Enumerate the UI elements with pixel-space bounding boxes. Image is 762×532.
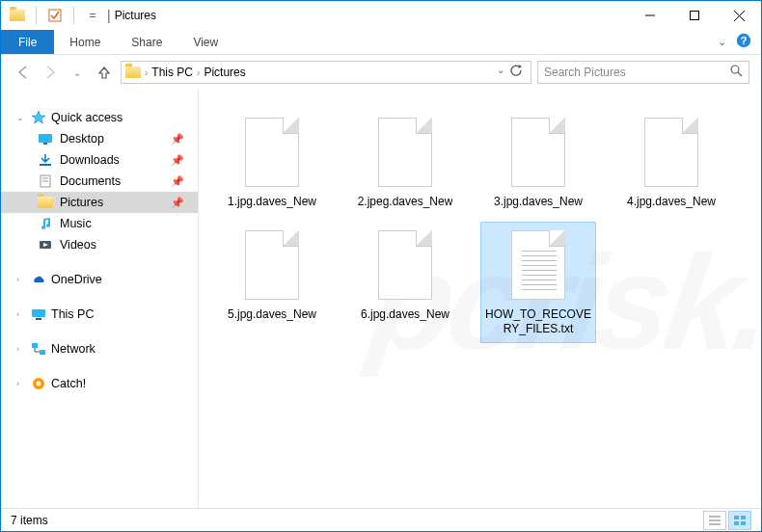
navigation-bar: ⌄ › This PC › Pictures ⌄ Search Pictures <box>1 55 761 90</box>
file-item[interactable]: 3.jpg.daves_New <box>480 109 596 216</box>
music-icon <box>38 216 53 231</box>
desktop-icon <box>38 131 53 146</box>
videos-icon <box>38 237 53 253</box>
file-pane[interactable]: pcrisk.com 1.jpg.daves_New2.jpeg.daves_N… <box>199 90 761 508</box>
file-item[interactable]: 5.jpg.daves_New <box>214 222 330 343</box>
refresh-icon[interactable] <box>510 65 523 80</box>
svg-rect-2 <box>691 12 699 20</box>
svg-rect-12 <box>40 164 51 166</box>
downloads-icon <box>38 152 53 168</box>
blank-file-icon <box>507 116 569 189</box>
text-file-icon <box>507 228 569 302</box>
file-name: 1.jpg.daves_New <box>228 195 316 209</box>
sidebar-item-label: Pictures <box>60 196 103 209</box>
sidebar-item-label: Desktop <box>60 132 104 146</box>
address-folder-icon <box>125 65 141 80</box>
svg-rect-29 <box>734 521 739 525</box>
sidebar-item-pictures[interactable]: Pictures📌 <box>1 192 198 213</box>
explorer-window: = | Pictures File Home Share View ⌄ ? <box>1 1 761 531</box>
file-item[interactable]: 6.jpg.daves_New <box>347 222 463 343</box>
file-name: 6.jpg.daves_New <box>361 307 449 322</box>
ribbon-tab-share[interactable]: Share <box>116 30 177 54</box>
svg-rect-27 <box>734 516 739 519</box>
svg-rect-19 <box>36 318 41 320</box>
qat-properties-icon[interactable] <box>44 5 66 26</box>
address-dropdown-icon[interactable]: ⌄ <box>497 65 504 80</box>
file-item[interactable]: 1.jpg.daves_New <box>214 109 330 216</box>
svg-rect-28 <box>741 516 746 519</box>
body: ⌄ Quick access Desktop📌Downloads📌Documen… <box>1 90 761 508</box>
ribbon-tab-home[interactable]: Home <box>54 30 116 54</box>
sidebar-item-videos[interactable]: Videos <box>1 234 198 255</box>
recent-dropdown-icon[interactable]: ⌄ <box>67 62 88 83</box>
view-large-icons-button[interactable] <box>728 511 751 530</box>
address-bar[interactable]: › This PC › Pictures ⌄ <box>121 61 531 84</box>
search-placeholder: Search Pictures <box>544 66 626 79</box>
sidebar-item-network[interactable]: ›Network <box>1 338 198 359</box>
svg-rect-0 <box>49 10 61 21</box>
file-item[interactable]: HOW_TO_RECOVERY_FILES.txt <box>480 222 596 343</box>
ribbon-file-tab[interactable]: File <box>1 30 54 54</box>
breadcrumb-pictures[interactable]: Pictures <box>204 66 245 79</box>
file-name: 2.jpeg.daves_New <box>358 195 453 209</box>
breadcrumb-this-pc[interactable]: This PC <box>151 66 193 79</box>
svg-rect-10 <box>39 134 52 143</box>
up-button[interactable] <box>94 62 115 83</box>
ribbon: File Home Share View ⌄ ? <box>1 30 761 55</box>
help-icon[interactable]: ? <box>736 33 751 52</box>
sidebar-item-downloads[interactable]: Downloads📌 <box>1 149 198 171</box>
qat-dropdown-icon[interactable]: = <box>82 5 103 26</box>
pictures-icon <box>38 195 53 210</box>
pin-icon: 📌 <box>171 133 184 146</box>
forward-button[interactable] <box>40 62 61 83</box>
svg-rect-21 <box>40 350 45 355</box>
quick-access-icon <box>31 110 46 125</box>
status-item-count: 7 items <box>11 514 48 527</box>
sidebar-item-label: This PC <box>51 307 94 321</box>
pin-icon: 📌 <box>171 154 184 167</box>
title-bar: = | Pictures <box>1 1 761 30</box>
minimize-button[interactable] <box>628 1 672 30</box>
collapse-icon: ⌄ <box>16 113 26 122</box>
view-details-button[interactable] <box>703 511 726 530</box>
svg-line-8 <box>738 72 742 76</box>
file-item[interactable]: 4.jpg.daves_New <box>613 109 729 216</box>
sidebar-item-label: Catch! <box>51 377 86 390</box>
pin-icon: 📌 <box>171 197 184 209</box>
svg-marker-9 <box>32 111 45 123</box>
navigation-pane[interactable]: ⌄ Quick access Desktop📌Downloads📌Documen… <box>1 90 199 508</box>
sidebar-item-catch-[interactable]: ›Catch! <box>1 373 198 394</box>
back-button[interactable] <box>13 62 34 83</box>
explorer-app-icon[interactable] <box>7 5 28 26</box>
pin-icon: 📌 <box>171 175 184 188</box>
sidebar-item-label: Music <box>60 217 92 230</box>
search-input[interactable]: Search Pictures <box>537 61 749 84</box>
status-bar: 7 items <box>1 508 761 531</box>
catch--icon <box>31 376 46 391</box>
ribbon-expand-icon[interactable]: ⌄ <box>718 36 726 48</box>
svg-rect-18 <box>32 309 45 317</box>
onedrive-icon <box>31 272 46 287</box>
sidebar-item-label: Network <box>51 342 95 356</box>
sidebar-item-music[interactable]: Music <box>1 213 198 234</box>
file-item[interactable]: 2.jpeg.daves_New <box>347 109 463 216</box>
blank-file-icon <box>241 116 303 189</box>
sidebar-item-label: Downloads <box>60 153 120 167</box>
svg-text:?: ? <box>741 35 748 46</box>
this-pc-icon <box>31 306 46 322</box>
close-button[interactable] <box>717 1 761 30</box>
file-name: 3.jpg.daves_New <box>494 195 583 209</box>
blank-file-icon <box>640 116 702 189</box>
sidebar-item-onedrive[interactable]: ›OneDrive <box>1 269 198 290</box>
ribbon-tab-view[interactable]: View <box>177 30 233 54</box>
chevron-right-icon: › <box>145 67 148 78</box>
svg-rect-20 <box>32 343 38 348</box>
maximize-button[interactable] <box>672 1 717 30</box>
sidebar-item-this-pc[interactable]: ›This PC <box>1 304 198 325</box>
sidebar-item-documents[interactable]: Documents📌 <box>1 171 198 192</box>
chevron-right-icon: › <box>197 67 200 78</box>
sidebar-item-desktop[interactable]: Desktop📌 <box>1 128 198 149</box>
sidebar-item-label: Videos <box>60 238 96 252</box>
sidebar-quick-access[interactable]: ⌄ Quick access <box>1 107 198 128</box>
search-icon <box>730 65 743 80</box>
